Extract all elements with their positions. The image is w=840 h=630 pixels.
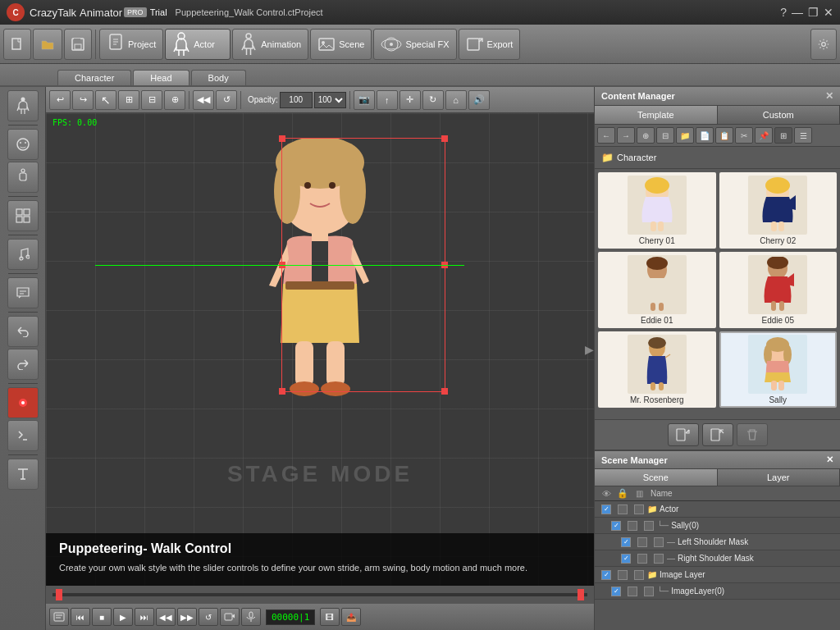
redo-button[interactable] [7,349,39,380]
sm-vis-lsm[interactable] [654,537,664,547]
sm-vis-rsm[interactable] [654,554,664,564]
cm-tool-list[interactable]: ☰ [794,127,812,144]
sm-check-il0[interactable] [611,587,621,596]
maximize-button[interactable]: ❐ [808,6,819,19]
project-button[interactable]: Project [99,29,163,60]
tree-item-character[interactable]: 📁 Character [598,150,837,165]
go-start-button[interactable]: ⏮ [71,608,90,626]
speaker-edit-button[interactable]: 🔊 [468,90,490,110]
sm-lock-sally[interactable] [628,521,637,531]
sm-check-actor[interactable] [601,504,611,514]
char-card-mrrosenberg[interactable]: Mr. Rosenberg [598,331,716,408]
stop-button[interactable]: ■ [92,608,112,626]
timeline-slider[interactable] [52,593,587,596]
cm-tool-7[interactable]: 📋 [715,127,733,144]
loop-button[interactable]: ↺ [216,90,237,110]
sm-check-il[interactable] [601,570,611,580]
new-button[interactable] [3,29,31,60]
char-card-sally[interactable]: Sally [719,331,838,408]
play-button[interactable]: ▶ [113,608,133,626]
special-fx-button[interactable]: Special FX [373,29,456,60]
loop-play-button[interactable]: ↺ [199,608,218,626]
tab-custom[interactable]: Custom [718,106,841,124]
tab-body[interactable]: Body [191,70,246,85]
sm-check-rsm[interactable] [621,554,631,564]
open-button[interactable] [33,29,62,60]
body-button[interactable] [7,162,39,193]
step-fwd-button[interactable]: ▶▶ [177,608,197,626]
music-button[interactable] [7,239,39,270]
undo-button[interactable] [7,316,39,347]
film-button[interactable]: 🎞 [320,608,340,626]
char-card-eddie01[interactable]: Eddie 01 [598,252,716,328]
sm-row-right-shoulder[interactable]: — Right Shoulder Mask [595,550,840,567]
sm-vis-sally[interactable] [644,521,654,531]
content-manager-grid[interactable]: Cherry 01 Cherry 02 [595,169,840,419]
sm-check-sally[interactable] [611,521,621,531]
sm-lock-actor[interactable] [618,504,628,514]
sm-lock-il0[interactable] [628,587,637,596]
multi-select-button[interactable] [7,200,39,231]
cm-delete-button[interactable] [737,423,768,446]
playlist-button[interactable] [49,608,69,626]
cm-tool-4[interactable]: ⊟ [656,127,674,144]
redo-edit-button[interactable]: ↪ [72,90,94,110]
cm-tool-1[interactable]: ← [597,127,615,144]
opacity-input[interactable] [280,92,313,108]
scene-manager-close[interactable]: ✕ [826,454,833,465]
sm-lock-rsm[interactable] [637,554,647,564]
puppet-button[interactable] [7,420,39,451]
actor-pose-button[interactable] [7,90,39,121]
timeline-thumb[interactable] [56,589,62,600]
text-button[interactable] [7,459,39,490]
opacity-dropdown[interactable]: 100755025 [314,92,346,108]
cm-import-button[interactable] [668,423,699,446]
step-back-button[interactable]: ◀◀ [156,608,176,626]
content-manager-close[interactable]: ✕ [825,90,833,102]
character-on-stage[interactable] [246,138,394,402]
cm-tool-3[interactable]: ⊕ [637,127,655,144]
sm-vis-actor[interactable] [634,504,644,514]
undo-edit-button[interactable]: ↩ [49,90,71,110]
record-audio-button[interactable] [241,608,261,626]
camera-button[interactable]: 📷 [354,90,375,110]
export-pb-button[interactable]: 📤 [341,608,361,626]
select-button[interactable]: ↖ [95,90,116,110]
actor-button[interactable]: Actor [165,29,231,60]
sm-lock-il[interactable] [618,570,628,580]
settings-button[interactable] [810,29,837,60]
crop-button[interactable]: ⊟ [141,90,162,110]
animation-button[interactable]: Animation [232,29,308,60]
prev-frame-button[interactable]: ◀◀ [193,90,214,110]
sm-row-actor[interactable]: 📁 Actor [595,501,840,518]
cm-tool-6[interactable]: 📄 [696,127,714,144]
cm-tool-grid[interactable]: ⊞ [774,127,792,144]
duplicate-button[interactable]: ⊕ [164,90,185,110]
camera-record-button[interactable] [220,608,240,626]
char-card-eddie05[interactable]: Eddie 05 [719,252,838,328]
window-controls[interactable]: ? — ❐ ✕ [780,6,833,19]
flip-up-button[interactable]: ↑ [377,90,398,110]
sm-row-sally[interactable]: └─ Sally(0) [595,518,840,534]
close-button[interactable]: ✕ [824,6,833,19]
tab-character[interactable]: Character [57,70,131,85]
sm-row-image-layer[interactable]: 📁 Image Layer [595,567,840,583]
sm-vis-il[interactable] [634,570,644,580]
help-button[interactable]: ? [780,6,787,19]
go-end-button[interactable]: ⏭ [135,608,154,626]
scene-button[interactable]: Scene [310,29,372,60]
cm-tool-2[interactable]: → [617,127,635,144]
tab-template[interactable]: Template [595,106,718,124]
cm-export-button[interactable] [702,423,733,446]
chat-button[interactable] [7,277,39,308]
sm-row-left-shoulder[interactable]: — Left Shoulder Mask [595,534,840,550]
rotate-button[interactable]: ↻ [422,90,444,110]
face-button[interactable] [7,129,39,160]
char-card-cherry01[interactable]: Cherry 01 [598,172,716,249]
cm-tool-5[interactable]: 📁 [676,127,694,144]
home-button[interactable]: ⌂ [445,90,467,110]
sm-lock-lsm[interactable] [637,537,647,547]
timeline-end-marker[interactable] [578,589,584,600]
cm-tool-8[interactable]: ✂ [735,127,753,144]
record-button[interactable] [7,387,39,418]
